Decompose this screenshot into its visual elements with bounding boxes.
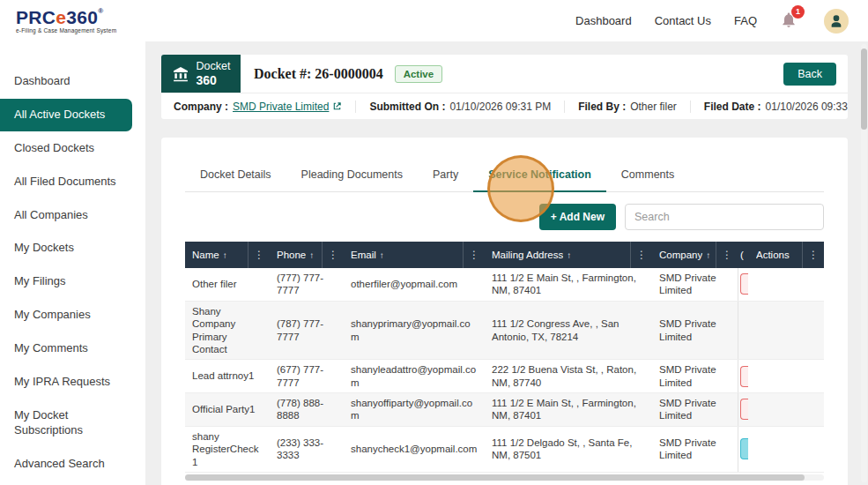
docket-number-label: Docket #: [254,66,311,81]
cell-address: 111 1/2 E Main St, , Farmington, NM, 874… [485,393,652,427]
sidebar-item-my-filings[interactable]: My Filings [0,265,145,298]
cell-actions [749,360,824,393]
action-button-partial[interactable] [740,366,748,387]
cell-email: otherfiler@yopmail.com [344,268,485,301]
grid-toolbar: + Add New [185,204,824,230]
table-header-row: Name↑⋮ Phone↑⋮ Email↑⋮ Mailing Address↑⋮… [185,242,824,268]
sidebar-item-all-active-dockets[interactable]: All Active Dockets [0,99,132,131]
meta-submitted-label: Submitted On : [369,101,445,113]
cell-phone: (777) 777-7777 [270,268,344,301]
cell-name: shany RegisterCheck1 [185,426,270,472]
sort-asc-icon: ↑ [309,250,314,260]
cell-phone: (677) 777-7777 [270,360,344,393]
tab-service-notification[interactable]: Service Notification [473,160,606,192]
brand-e: e [56,7,66,27]
sort-asc-icon: ↑ [380,250,384,260]
horizontal-scrollbar-thumb[interactable] [185,474,805,481]
external-link-icon [332,101,342,111]
cell-address: 111 1/2 Congress Ave, , San Antonio, TX,… [485,301,652,360]
sidebar-item-my-companies[interactable]: My Companies [0,299,145,332]
sidebar-item-all-filed-documents[interactable]: All Filed Documents [0,166,145,198]
cell-email: shanyleadattro@yopmail.com [344,360,485,393]
column-header-email[interactable]: Email↑⋮ [344,242,485,268]
docket-number-value: 26-0000004 [315,66,382,81]
nav-link-contact-us[interactable]: Contact Us [655,14,711,27]
cell-company: SMD Private Limited [652,268,738,301]
sidebar-item-closed-dockets[interactable]: Closed Dockets [0,132,145,165]
sidebar-item-my-docket-subscriptions[interactable]: My Docket Subscriptions [0,399,145,447]
user-avatar-button[interactable] [824,9,849,34]
column-header-name[interactable]: Name↑⋮ [185,242,270,268]
vertical-scrollbar[interactable] [861,44,867,482]
horizontal-scrollbar[interactable] [185,474,824,481]
main-nav: Dashboard Contact Us FAQ 1 [575,9,849,34]
nav-link-faq[interactable]: FAQ [734,14,757,27]
docket-meta-row: Company : SMD Private Limited Submitted … [161,93,848,119]
tab-pleading-documents[interactable]: Pleading Documents [286,160,418,191]
cell-email: shanycheck1@yopmail.com [344,426,485,472]
column-header-mailing-address[interactable]: Mailing Address↑⋮ [485,242,652,268]
sidebar-item-dashboard[interactable]: Dashboard [0,65,145,98]
column-header-company[interactable]: Company↑⋮ [652,242,738,268]
action-button-partial[interactable] [740,438,748,459]
user-icon [829,14,843,28]
bank-icon [172,65,189,83]
column-menu-icon[interactable]: ⋮ [716,242,738,268]
registered-mark: ® [98,7,103,15]
cell-address: 222 1/2 Buena Vista St, , Raton, NM, 877… [485,360,652,393]
cell-address: 111 1/2 Delgado St, , Santa Fe, NM, 8750… [485,426,652,472]
meta-filed-date-value: 01/10/2026 09:33 PM [766,101,848,113]
column-menu-icon[interactable]: ⋮ [630,242,652,268]
cell-phone: (787) 777-7777 [270,301,344,360]
vertical-scrollbar-thumb[interactable] [861,48,867,130]
tab-comments[interactable]: Comments [606,160,689,191]
status-badge: Active [395,65,443,83]
cell-name: Other filer [185,268,270,301]
tab-bar: Docket Details Pleading Documents Party … [185,160,824,192]
cell-action-edge [738,426,749,472]
brand-prc: PRC [16,7,56,27]
action-button-partial[interactable] [740,273,748,295]
notification-bell-button[interactable]: 1 [780,11,801,32]
docket-360-text: Docket 360 [197,60,231,86]
sidebar: Dashboard All Active Dockets Closed Dock… [0,41,145,485]
column-header-phone[interactable]: Phone↑⋮ [270,242,344,268]
tab-docket-details[interactable]: Docket Details [185,160,286,191]
nav-link-dashboard[interactable]: Dashboard [575,14,632,27]
table-row: Shany Company Primary Contact (787) 777-… [185,301,824,360]
brand-subtitle: e-Filing & Case Management System [16,28,116,34]
column-menu-icon[interactable]: ⋮ [322,242,344,268]
docket-number-title: Docket #: 26-0000004 [254,66,383,82]
meta-company: Company : SMD Private Limited [174,101,342,113]
cell-email: shanyoffiparty@yopmail.com [344,393,485,427]
search-input[interactable] [625,204,824,230]
column-menu-icon[interactable]: ⋮ [802,242,824,268]
sidebar-item-advanced-search[interactable]: Advanced Search [0,448,145,481]
cell-company: SMD Private Limited [652,393,738,427]
cell-phone: (778) 888-8888 [270,393,344,427]
cell-actions [749,268,824,301]
action-button-partial[interactable] [740,399,748,420]
add-new-button[interactable]: + Add New [539,204,616,230]
docket-detail-card: Docket Details Pleading Documents Party … [161,138,848,485]
tab-party[interactable]: Party [418,160,473,191]
table-row: Official Party1 (778) 888-8888 shanyoffi… [185,393,824,427]
sidebar-item-my-ipra-requests[interactable]: My IPRA Requests [0,366,145,399]
cell-action-edge [738,393,749,427]
sidebar-item-my-comments[interactable]: My Comments [0,332,145,365]
sidebar-item-my-dockets[interactable]: My Dockets [0,232,145,265]
sort-asc-icon: ↑ [567,250,571,260]
back-button[interactable]: Back [783,63,836,86]
meta-filed-by: Filed By : Other filer [564,101,677,113]
company-link[interactable]: SMD Private Limited [233,101,342,113]
column-menu-icon[interactable]: ⋮ [463,242,485,268]
main-content: Docket 360 Docket #: 26-0000004 Active B… [145,41,868,485]
docket-header-row: Docket 360 Docket #: 26-0000004 Active B… [161,55,848,93]
cell-action-edge [738,268,749,301]
meta-filed-date-label: Filed Date : [704,101,761,113]
column-menu-icon[interactable]: ⋮ [248,242,270,268]
docket-360-badge: Docket 360 [161,55,241,93]
column-header-actions[interactable]: Actions⋮ [749,242,824,268]
brand-logo: PRCe360® e-Filing & Case Management Syst… [16,8,116,34]
sidebar-item-all-companies[interactable]: All Companies [0,199,145,232]
